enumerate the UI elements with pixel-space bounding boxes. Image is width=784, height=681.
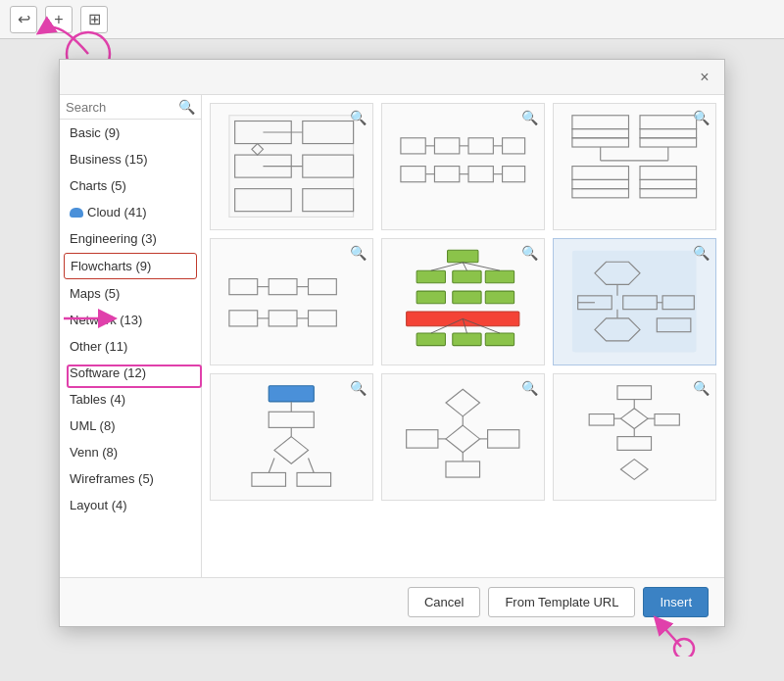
svg-rect-101 [655,414,679,426]
sidebar-item-label: Cloud (41) [87,205,147,219]
svg-rect-30 [640,138,697,147]
svg-rect-81 [252,473,286,487]
svg-rect-45 [309,311,337,326]
svg-rect-42 [309,279,337,295]
template-item[interactable]: 🔍 [381,103,545,230]
svg-rect-57 [407,312,519,326]
svg-rect-55 [453,292,481,305]
sidebar-item-label: Venn (8) [70,445,118,460]
zoom-icon: 🔍 [521,245,538,261]
svg-rect-25 [572,116,629,129]
template-item[interactable]: 🔍 [381,238,545,365]
svg-rect-50 [448,251,478,264]
sidebar-item-uml[interactable]: UML (8) [60,413,201,439]
sidebar-item-label: Network (13) [70,313,142,327]
sidebar-item-layout[interactable]: Layout (4) [60,492,201,518]
svg-rect-54 [416,292,445,305]
sidebar-item-maps[interactable]: Maps (5) [60,280,201,307]
templates-grid: 🔍 🔍 [210,103,716,501]
template-thumbnail [562,380,708,493]
svg-rect-44 [269,311,297,326]
sidebar-item-label: Engineering (3) [70,231,157,246]
add-icon: + [54,11,63,28]
sidebar-item-label: Flowcharts (9) [71,259,151,273]
svg-rect-90 [488,430,519,448]
toolbar: ↩ + ⊞ [0,0,784,39]
search-input[interactable] [66,100,174,115]
svg-rect-100 [589,414,613,426]
template-item[interactable]: 🔍 [553,373,716,501]
sidebar-item-label: Tables (4) [70,392,125,407]
add-button[interactable]: + [45,6,73,33]
sidebar-item-software[interactable]: Software (12) [60,360,201,386]
from-template-url-button[interactable]: From Template URL [488,587,635,617]
sidebar-item-wireframes[interactable]: Wireframes (5) [60,465,201,492]
svg-point-108 [674,639,694,657]
sidebar-item-engineering[interactable]: Engineering (3) [60,225,201,252]
svg-rect-33 [572,189,629,198]
sidebar-item-label: Wireframes (5) [70,471,154,486]
sidebar-item-label: Business (15) [70,152,147,167]
cloud-icon [70,208,83,218]
grid-button[interactable]: ⊞ [80,6,108,33]
dialog-footer: Cancel From Template URL Insert [60,577,724,626]
svg-rect-34 [640,167,697,180]
sidebar-item-network[interactable]: Network (13) [60,307,201,333]
template-item[interactable]: 🔍 [553,103,716,230]
template-thumbnail [219,110,365,222]
zoom-icon: 🔍 [521,110,538,125]
svg-marker-80 [274,437,309,464]
template-item[interactable]: 🔍 [210,373,373,501]
sidebar-item-label: Software (12) [70,365,146,380]
cancel-button[interactable]: Cancel [408,587,480,617]
categories-list: Basic (9)Business (15)Charts (5)Cloud (4… [60,120,201,518]
svg-marker-87 [446,390,480,417]
close-button[interactable]: × [695,68,714,87]
svg-rect-51 [416,271,445,284]
template-thumbnail [562,110,708,222]
template-item[interactable]: 🔍 [553,238,716,365]
svg-rect-17 [468,167,493,182]
undo-button[interactable]: ↩ [10,6,37,33]
dialog-header: × [60,60,724,95]
svg-line-61 [431,263,463,270]
svg-rect-78 [269,386,314,402]
sidebar-item-cloud[interactable]: Cloud (41) [60,199,201,225]
template-item[interactable]: 🔍 [210,238,373,365]
zoom-icon: 🔍 [693,245,710,261]
svg-rect-14 [503,138,525,154]
sidebar-item-other[interactable]: Other (11) [60,333,201,360]
svg-rect-96 [617,386,652,400]
svg-rect-36 [640,189,697,198]
sidebar-item-charts[interactable]: Charts (5) [60,172,201,199]
search-icon: 🔍 [178,99,195,115]
svg-marker-97 [621,409,649,429]
template-item[interactable]: 🔍 [381,373,545,501]
category-sidebar: 🔍 Basic (9)Business (15)Charts (5)Cloud … [60,95,202,577]
svg-rect-15 [401,167,425,182]
svg-rect-56 [486,292,514,305]
svg-rect-82 [297,473,331,487]
svg-rect-28 [640,116,697,129]
svg-rect-27 [572,138,629,147]
insert-button[interactable]: Insert [643,587,709,617]
dialog-body: 🔍 Basic (9)Business (15)Charts (5)Cloud … [60,95,724,577]
sidebar-item-basic[interactable]: Basic (9) [60,120,201,146]
sidebar-item-business[interactable]: Business (15) [60,146,201,172]
svg-rect-60 [486,333,514,346]
zoom-icon: 🔍 [693,110,710,125]
sidebar-item-venn[interactable]: Venn (8) [60,439,201,465]
template-item[interactable]: 🔍 [210,103,373,230]
search-box: 🔍 [60,95,201,120]
svg-marker-99 [621,460,649,480]
sidebar-item-tables[interactable]: Tables (4) [60,386,201,413]
zoom-icon: 🔍 [521,380,538,396]
sidebar-item-label: Basic (9) [70,125,120,140]
sidebar-item-label: Maps (5) [70,286,120,301]
sidebar-item-flowcharts[interactable]: Flowcharts (9) [64,253,197,279]
svg-line-63 [464,263,501,270]
templates-content: 🔍 🔍 [202,95,724,577]
svg-rect-58 [416,333,445,346]
sidebar-item-label: UML (8) [70,418,115,433]
svg-rect-13 [468,138,493,154]
